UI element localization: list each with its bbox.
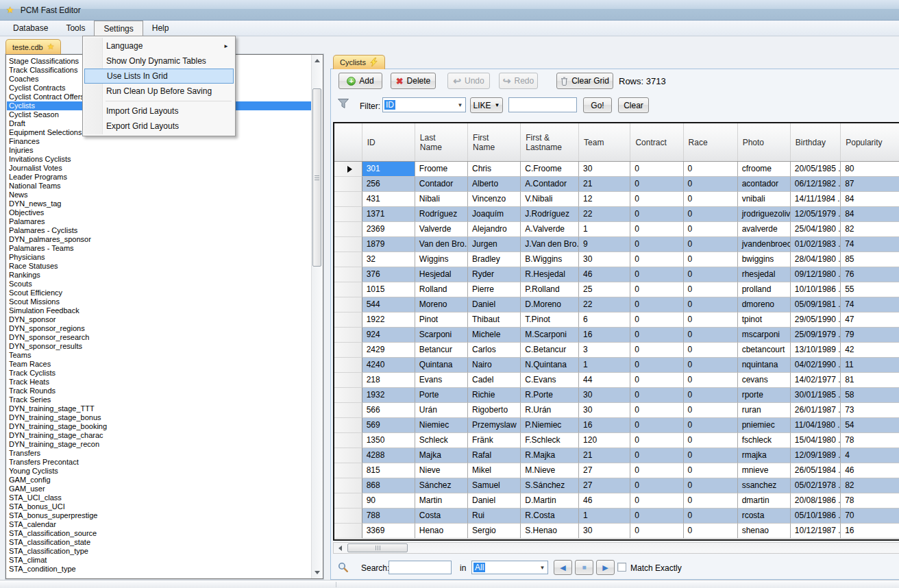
grid-cell[interactable]: A.Valverde bbox=[521, 222, 579, 237]
grid-cell[interactable]: 0 bbox=[630, 463, 683, 478]
column-header-popularity[interactable]: Popularity bbox=[841, 123, 899, 161]
grid-cell[interactable]: 2429 bbox=[362, 343, 415, 358]
grid-cell[interactable]: 14/02/1977 ... bbox=[791, 373, 841, 388]
grid-cell[interactable]: 01/02/1983 ... bbox=[791, 237, 841, 252]
grid-cell[interactable]: Samuel bbox=[468, 478, 521, 493]
grid-cell[interactable]: 0 bbox=[684, 493, 738, 509]
grid-cell[interactable]: T.Pinot bbox=[521, 313, 579, 328]
sidebar-item-sta-uci-class[interactable]: STA_UCI_class bbox=[7, 493, 312, 502]
filter-clear-button[interactable]: Clear bbox=[618, 97, 649, 113]
sidebar-item-palamares-teams[interactable]: Palamares - Teams bbox=[7, 244, 312, 253]
grid-cell[interactable]: 85 bbox=[841, 252, 899, 267]
sidebar-item-sta-classification-state[interactable]: STA_classification_state bbox=[7, 538, 312, 547]
grid-cell[interactable]: 22 bbox=[579, 297, 630, 313]
grid-cell[interactable]: 0 bbox=[630, 478, 683, 493]
sidebar-item-gam-config[interactable]: GAM_config bbox=[7, 476, 312, 485]
sidebar-item-dyn-palmares-sponsor[interactable]: DYN_palmares_sponsor bbox=[7, 235, 312, 244]
grid-cell[interactable]: B.Wiggins bbox=[521, 252, 579, 267]
sidebar-item-leader-programs[interactable]: Leader Programs bbox=[7, 173, 312, 182]
grid-cell[interactable]: 78 bbox=[841, 433, 899, 448]
grid-cell[interactable]: 1 bbox=[579, 358, 630, 373]
grid-cell[interactable]: 0 bbox=[684, 388, 738, 403]
sidebar-item-national-teams[interactable]: National Teams bbox=[7, 182, 312, 191]
grid-cell[interactable]: 0 bbox=[630, 358, 683, 373]
row-header-cell[interactable] bbox=[334, 177, 362, 192]
filter-operator-dropdown[interactable]: LIKE ▼ bbox=[470, 97, 503, 113]
grid-cell[interactable]: Valverde bbox=[415, 222, 468, 237]
grid-cell[interactable]: 566 bbox=[362, 403, 415, 418]
grid-cell[interactable]: 84 bbox=[841, 192, 899, 207]
grid-cell[interactable]: P.Niemiec bbox=[521, 418, 579, 433]
row-header-cell[interactable] bbox=[334, 313, 362, 328]
grid-cell[interactable]: 32 bbox=[362, 252, 415, 267]
grid-cell[interactable]: 0 bbox=[684, 313, 738, 328]
grid-cell[interactable]: 1 bbox=[579, 222, 630, 237]
grid-cell[interactable]: 0 bbox=[684, 192, 738, 207]
column-header-contract[interactable]: Contract bbox=[630, 123, 683, 161]
row-header-cell[interactable] bbox=[334, 267, 362, 282]
grid-cell[interactable]: 0 bbox=[684, 207, 738, 222]
grid-cell[interactable]: Richie bbox=[468, 388, 521, 403]
sidebar-item-team-races[interactable]: Team Races bbox=[7, 360, 312, 369]
grid-cell[interactable]: Contador bbox=[415, 177, 468, 192]
grid-cell[interactable]: 26/05/1984 ... bbox=[791, 463, 841, 478]
grid-cell[interactable]: Rigoberto bbox=[468, 403, 521, 418]
grid-cell[interactable]: 569 bbox=[362, 418, 415, 433]
grid-cell[interactable]: Sánchez bbox=[415, 478, 468, 493]
grid-cell[interactable]: 0 bbox=[684, 267, 738, 282]
sidebar-item-physicians[interactable]: Physicians bbox=[7, 253, 312, 262]
match-exactly-checkbox[interactable] bbox=[617, 563, 626, 572]
grid-cell[interactable]: 16 bbox=[579, 418, 630, 433]
grid-cell[interactable]: J.Van den Bro... bbox=[521, 237, 579, 252]
grid-cell[interactable]: 12/05/1979 ... bbox=[791, 207, 841, 222]
sidebar-item-sta-classification-type[interactable]: STA_classification_type bbox=[7, 547, 312, 556]
search-next-button[interactable]: ▶ bbox=[596, 560, 615, 575]
grid-cell[interactable]: 9 bbox=[579, 237, 630, 252]
grid-cell[interactable]: Rui bbox=[468, 509, 521, 524]
grid-cell[interactable]: M.Nieve bbox=[521, 463, 579, 478]
sidebar-item-dyn-sponsor-results[interactable]: DYN_sponsor_results bbox=[7, 342, 312, 351]
grid-cell[interactable]: Mikel bbox=[468, 463, 521, 478]
grid-cell[interactable]: 82 bbox=[841, 478, 899, 493]
grid-cell[interactable]: Schleck bbox=[415, 433, 468, 448]
grid-cell[interactable]: 0 bbox=[684, 418, 738, 433]
grid-cell[interactable]: 0 bbox=[684, 478, 738, 493]
grid-cell[interactable]: 12/09/1989 ... bbox=[791, 448, 841, 463]
grid-cell[interactable]: 0 bbox=[684, 282, 738, 297]
grid-cell[interactable]: 05/09/1981 ... bbox=[791, 297, 841, 313]
grid-cell[interactable]: 0 bbox=[684, 343, 738, 358]
grid-cell[interactable]: prolland bbox=[738, 282, 791, 297]
grid-cell[interactable]: Rodríguez bbox=[415, 207, 468, 222]
sidebar-item-gam-user[interactable]: GAM_user bbox=[7, 485, 312, 493]
row-header-cell[interactable] bbox=[334, 493, 362, 509]
grid-cell[interactable]: bwiggins bbox=[738, 252, 791, 267]
grid-cell[interactable]: 10/10/1986 ... bbox=[791, 282, 841, 297]
grid-cell[interactable]: 05/10/1986 ... bbox=[791, 509, 841, 524]
grid-cell[interactable]: 29/05/1990 ... bbox=[791, 313, 841, 328]
grid-cell[interactable]: 1932 bbox=[362, 388, 415, 403]
row-header-cell[interactable] bbox=[334, 388, 362, 403]
grid-cell[interactable]: 42 bbox=[841, 343, 899, 358]
grid-cell[interactable]: Nibali bbox=[415, 192, 468, 207]
cyclists-tab[interactable]: Cyclists bbox=[333, 55, 385, 69]
sidebar-item-dyn-training-stage-bonus[interactable]: DYN_training_stage_bonus bbox=[7, 413, 312, 422]
grid-cell[interactable]: Alberto bbox=[468, 177, 521, 192]
grid-cell[interactable]: D.Martin bbox=[521, 493, 579, 509]
grid-cell[interactable]: J.Rodríguez bbox=[521, 207, 579, 222]
grid-cell[interactable]: 0 bbox=[684, 177, 738, 192]
grid-cell[interactable]: mscarponi bbox=[738, 328, 791, 343]
grid-cell[interactable]: D.Moreno bbox=[521, 297, 579, 313]
grid-cell[interactable]: 20/05/1985 ... bbox=[791, 162, 841, 177]
menu-item-show-only-dynamic-tables[interactable]: Show Only Dynamic Tables bbox=[84, 53, 234, 69]
sidebar-item-dyn-training-stage-ttt[interactable]: DYN_training_stage_TTT bbox=[7, 404, 312, 413]
row-header-cell[interactable] bbox=[334, 252, 362, 267]
sidebar-item-dyn-training-stage-charac[interactable]: DYN_training_stage_charac bbox=[7, 431, 312, 440]
grid-cell[interactable]: 30 bbox=[579, 388, 630, 403]
filter-value-input[interactable] bbox=[508, 97, 577, 112]
grid-cell[interactable]: Porte bbox=[415, 388, 468, 403]
grid-cell[interactable]: 0 bbox=[684, 448, 738, 463]
grid-cell[interactable]: 1879 bbox=[362, 237, 415, 252]
grid-cell[interactable]: 73 bbox=[841, 403, 899, 418]
menu-tools[interactable]: Tools bbox=[57, 21, 94, 36]
grid-cell[interactable]: 0 bbox=[684, 524, 738, 539]
